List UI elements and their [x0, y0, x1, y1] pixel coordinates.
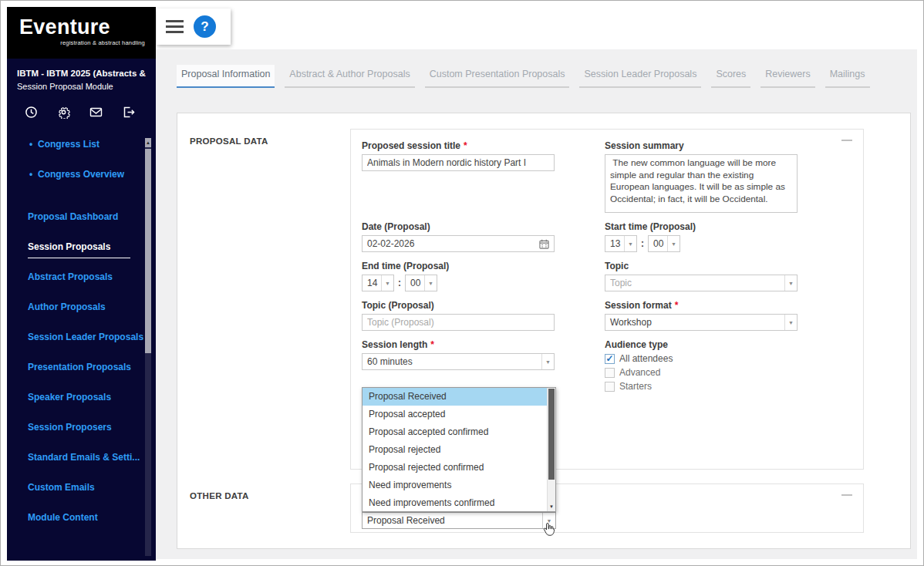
module-title: Session Proposal Module	[17, 82, 147, 91]
dropdown-option[interactable]: Proposal accepted confirmed	[363, 423, 547, 441]
topic-proposal-input[interactable]: Topic (Proposal)	[362, 314, 555, 331]
sidebar-item-label: Presentation Proposals	[28, 362, 131, 372]
sidebar-item-session-proposals[interactable]: Session Proposals	[7, 232, 156, 262]
checkbox-label: Advanced	[619, 367, 660, 378]
chevron-down-icon[interactable]	[381, 275, 393, 291]
checkbox-starters[interactable]	[605, 382, 615, 392]
session-format-select[interactable]: Workshop	[605, 314, 798, 331]
session-summary-textarea[interactable]: The new common language will be more sim…	[605, 154, 798, 213]
mail-icon[interactable]	[89, 105, 103, 119]
chevron-down-icon[interactable]	[784, 275, 797, 291]
sidebar-item-custom-emails[interactable]: Custom Emails	[7, 473, 156, 503]
status-select[interactable]: Proposal Received	[362, 512, 556, 529]
tab-custom-presentation-proposals[interactable]: Custom Presentation Proposals	[425, 65, 570, 88]
tab-scores[interactable]: Scores	[711, 65, 750, 88]
sidebar: Eventure registration & abstract handlin…	[7, 7, 156, 561]
start-hour-select[interactable]: 13	[605, 235, 637, 252]
sidebar-item-speaker-proposals[interactable]: Speaker Proposals	[7, 382, 156, 413]
collapse-section-icon[interactable]	[841, 494, 852, 496]
field-audience-type: Audience type All attendees Advanced	[605, 339, 798, 393]
sidebar-item-standard-emails[interactable]: Standard Emails & Setti...	[7, 443, 156, 473]
sidebar-item-module-content[interactable]: Module Content	[7, 503, 156, 533]
dropdown-option[interactable]: Proposal accepted	[363, 406, 547, 423]
scrollbar-up-icon[interactable]: ▲	[145, 138, 151, 147]
end-hour-select[interactable]: 14	[362, 275, 394, 291]
chevron-down-icon[interactable]	[541, 354, 554, 369]
calendar-icon[interactable]	[539, 239, 549, 249]
congress-title: IBTM - IBTM 2025 (Abstracts & Par...	[17, 69, 147, 78]
select-value: Workshop	[605, 317, 784, 328]
select-value: Proposal Received	[363, 515, 542, 526]
sidebar-item-session-proposers[interactable]: Session Proposers	[7, 413, 156, 443]
field-label: Audience type	[605, 339, 798, 350]
session-title-input[interactable]: Animals in Modern nordic history Part I	[362, 154, 555, 171]
dropdown-scrollbar[interactable]	[547, 388, 555, 511]
checkbox-label: Starters	[619, 381, 652, 392]
field-session-length: Session length 60 minutes	[362, 339, 555, 393]
field-start-time: Start time (Proposal) 13 : 00	[605, 221, 798, 252]
select-value: 13	[605, 238, 624, 249]
sidebar-item-label: Module Content	[28, 512, 98, 523]
sidebar-item-proposal-dashboard[interactable]: Proposal Dashboard	[7, 202, 156, 232]
select-value: 00	[649, 238, 667, 249]
dropdown-option[interactable]: Need improvements	[363, 477, 547, 494]
logout-icon[interactable]	[121, 105, 135, 119]
start-minute-select[interactable]: 00	[648, 235, 680, 252]
chevron-down-icon[interactable]	[667, 236, 680, 251]
sidebar-item-author-proposals[interactable]: Author Proposals	[7, 292, 156, 322]
sidebar-item-abstract-proposals[interactable]: Abstract Proposals	[7, 262, 156, 292]
topbar-tool-card: ?	[157, 8, 231, 45]
field-topic: Topic Topic	[605, 261, 798, 291]
clock-icon[interactable]	[24, 105, 38, 119]
sidebar-item-congress-overview[interactable]: Congress Overview	[7, 160, 156, 190]
sidebar-item-session-leader-proposals[interactable]: Session Leader Proposals	[7, 322, 156, 352]
sidebar-item-label: Congress List	[38, 139, 99, 150]
gear-icon[interactable]	[56, 105, 70, 119]
tab-bar: Proposal Information Abstract & Author P…	[177, 65, 870, 88]
scrollbar-down-icon[interactable]	[548, 501, 555, 511]
dropdown-option[interactable]: Proposal rejected confirmed	[363, 459, 547, 477]
tab-mailings[interactable]: Mailings	[825, 65, 870, 88]
session-length-select[interactable]: 60 minutes	[362, 353, 555, 370]
eventure-logo[interactable]: Eventure registration & abstract handlin…	[7, 7, 156, 59]
date-input[interactable]: 02-02-2026	[362, 235, 555, 252]
checkbox-advanced[interactable]	[605, 368, 615, 378]
dropdown-option[interactable]: Proposal Received	[363, 388, 547, 406]
scrollbar-thumb[interactable]	[548, 389, 555, 480]
tab-session-leader-proposals[interactable]: Session Leader Proposals	[579, 65, 701, 88]
logo-wordmark: Eventure	[19, 17, 145, 38]
sidebar-scrollbar[interactable]: ▲	[145, 138, 151, 556]
sidebar-item-presentation-proposals[interactable]: Presentation Proposals	[7, 352, 156, 382]
chevron-down-icon[interactable]	[784, 315, 797, 330]
dropdown-option[interactable]: Proposal rejected	[363, 441, 547, 459]
field-label: End time (Proposal)	[362, 261, 555, 271]
sidebar-item-label: Session Proposals	[28, 241, 110, 252]
select-placeholder: Topic	[605, 278, 784, 288]
tab-reviewers[interactable]: Reviewers	[760, 65, 814, 88]
audience-option-row: Advanced	[605, 366, 798, 379]
dropdown-option[interactable]: Need improvements confirmed	[363, 494, 547, 512]
sidebar-item-label: Abstract Proposals	[28, 271, 113, 282]
tab-abstract-author-proposals[interactable]: Abstract & Author Proposals	[285, 65, 414, 88]
time-separator: :	[641, 238, 644, 249]
field-session-format: Session format Workshop	[605, 300, 798, 331]
help-icon[interactable]: ?	[194, 15, 216, 38]
select-value: 00	[406, 278, 424, 288]
end-minute-select[interactable]: 00	[405, 275, 437, 291]
chevron-down-icon[interactable]	[542, 513, 555, 528]
tab-proposal-information[interactable]: Proposal Information	[177, 65, 275, 88]
collapse-section-icon[interactable]	[841, 140, 852, 141]
topbar: ?	[156, 7, 917, 49]
chevron-down-icon[interactable]	[424, 275, 437, 291]
input-placeholder: Topic (Proposal)	[367, 317, 549, 328]
menu-icon[interactable]	[166, 17, 184, 36]
congress-info: IBTM - IBTM 2025 (Abstracts & Par... Ses…	[7, 59, 156, 91]
logo-tagline: registration & abstract handling	[19, 39, 145, 46]
chevron-down-icon[interactable]	[624, 236, 636, 251]
topic-select[interactable]: Topic	[605, 275, 798, 291]
sidebar-item-congress-list[interactable]: Congress List	[7, 130, 156, 160]
input-value: 02-02-2026	[367, 238, 539, 249]
sidebar-item-label: Session Proposers	[28, 422, 112, 433]
checkbox-all-attendees[interactable]	[605, 354, 615, 364]
scrollbar-thumb[interactable]	[145, 149, 151, 353]
